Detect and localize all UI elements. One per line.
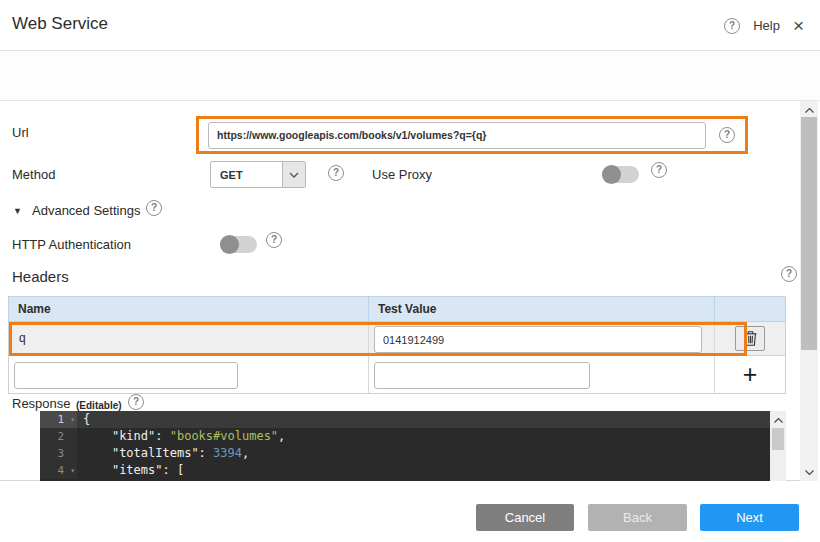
http-auth-toggle[interactable] (220, 236, 257, 253)
page-scrollbar[interactable] (800, 101, 818, 481)
dialog-body: Url ? Method GET ? Use Proxy ? ▼ Advance… (0, 101, 800, 481)
headers-table: Name Test Value q (8, 296, 786, 394)
next-button[interactable]: Next (700, 504, 799, 531)
new-value-cell (369, 356, 715, 393)
chevron-down-icon (282, 162, 305, 187)
header-name-cell[interactable]: q (9, 322, 369, 355)
headers-section-title: Headers (12, 268, 69, 285)
code-line: 4▾ "items": [ (40, 462, 770, 479)
headers-help-icon[interactable]: ? (781, 266, 797, 282)
line-number: 3 (57, 447, 64, 460)
http-auth-help-icon[interactable]: ? (266, 232, 282, 248)
scroll-down-icon[interactable] (800, 465, 818, 479)
cancel-button[interactable]: Cancel (476, 504, 574, 531)
line-number: 1 (57, 413, 64, 426)
response-code-editor[interactable]: 1▾ { 2 "kind": "books#volumes", 3 "total… (40, 411, 770, 481)
scroll-up-icon[interactable] (800, 103, 818, 117)
use-proxy-label: Use Proxy (372, 167, 432, 182)
advanced-settings-help-icon[interactable]: ? (146, 200, 162, 216)
column-header-actions (715, 297, 785, 321)
dialog-footer: Cancel Back Next (0, 481, 820, 542)
table-row: q (8, 322, 786, 356)
url-help-icon[interactable]: ? (719, 127, 735, 143)
column-header-test-value: Test Value (369, 297, 715, 321)
url-input[interactable] (208, 122, 706, 149)
response-help-icon[interactable]: ? (128, 394, 144, 410)
toggle-knob (602, 165, 621, 184)
row-actions-cell (715, 322, 785, 355)
line-number: 2 (57, 430, 64, 443)
response-label: Response (12, 396, 71, 411)
response-editable-label: (Editable) (76, 400, 122, 411)
fold-icon[interactable]: ▾ (70, 462, 75, 479)
code-line: 3 "totalItems": 3394, (40, 445, 770, 462)
column-header-name: Name (9, 297, 369, 321)
new-header-value-input[interactable] (374, 362, 590, 389)
page-title: Web Service (12, 14, 108, 34)
page-scrollbar-thumb[interactable] (801, 117, 817, 350)
editor-scrollbar-thumb[interactable] (772, 428, 784, 450)
new-row: + (8, 356, 786, 394)
wizard-stepper: 1 2 Import WebService Configure WebServi… (0, 51, 820, 101)
method-help-icon[interactable]: ? (328, 165, 344, 181)
close-icon[interactable]: × (793, 16, 804, 35)
help-icon[interactable]: ? (724, 18, 740, 34)
scroll-up-icon[interactable] (770, 413, 786, 427)
editor-scrollbar[interactable] (770, 411, 786, 481)
new-name-cell (9, 356, 369, 393)
dialog-header: Web Service ? Help × (0, 0, 820, 51)
collapse-triangle-icon[interactable]: ▼ (13, 206, 22, 216)
trash-icon (744, 331, 757, 346)
new-row-actions-cell: + (715, 356, 785, 393)
url-label: Url (12, 125, 29, 140)
code-line: 1▾ { (40, 411, 770, 428)
delete-row-button[interactable] (735, 326, 765, 351)
http-auth-label: HTTP Authentication (12, 237, 131, 252)
new-header-name-input[interactable] (14, 362, 238, 389)
toggle-knob (220, 235, 239, 254)
header-value-cell (369, 322, 715, 355)
use-proxy-toggle[interactable] (602, 166, 639, 183)
method-label: Method (12, 167, 55, 182)
back-button[interactable]: Back (588, 504, 687, 531)
code-line: 2 "kind": "books#volumes", (40, 428, 770, 445)
header-actions: ? Help × (724, 0, 804, 51)
test-value-input[interactable] (374, 326, 702, 353)
url-highlight-box: ? (196, 116, 748, 154)
method-selected-value: GET (211, 169, 282, 181)
table-header-row: Name Test Value (8, 296, 786, 322)
fold-icon[interactable]: ▾ (70, 411, 75, 428)
help-link[interactable]: Help (753, 18, 780, 33)
web-service-dialog: Web Service ? Help × 1 2 Import WebServi… (0, 0, 820, 542)
method-select[interactable]: GET (210, 161, 306, 188)
use-proxy-help-icon[interactable]: ? (651, 162, 667, 178)
advanced-settings-label[interactable]: Advanced Settings (32, 203, 140, 218)
line-number: 4 (57, 464, 64, 477)
add-row-button[interactable]: + (743, 362, 758, 387)
